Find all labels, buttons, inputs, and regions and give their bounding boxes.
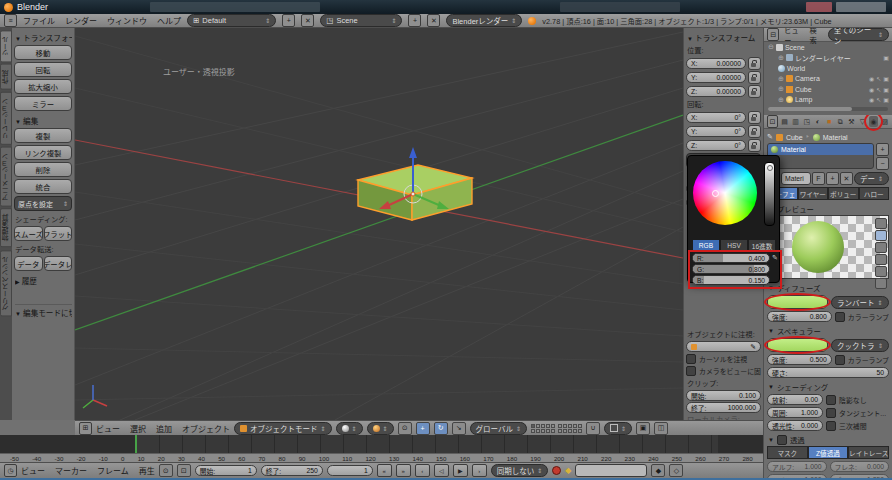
join-button[interactable]: 統合 [14, 179, 72, 194]
location-x-field[interactable]: X:0.00000 [686, 58, 746, 69]
add-scene-button[interactable]: + [408, 14, 421, 27]
eyedropper-icon[interactable]: ✎ [772, 254, 780, 264]
duplicate-linked-button[interactable]: リンク複製 [14, 145, 72, 160]
tab-modifiers-icon[interactable]: ⚒ [847, 116, 856, 127]
shadeless-checkbox[interactable] [826, 395, 836, 405]
rotation-z-field[interactable]: Z:0° [686, 140, 746, 151]
layers-widget[interactable] [531, 424, 582, 433]
preview-monkey-button[interactable] [875, 254, 887, 265]
infobar-menu-item[interactable]: ファイル [23, 15, 55, 26]
tab-rgb[interactable]: RGB [692, 239, 720, 252]
set-origin-dropdown[interactable]: 原点を設定⇕ [14, 196, 72, 211]
remove-slot-button[interactable]: − [876, 157, 889, 170]
specular-intensity-slider[interactable]: 強度:0.500 [767, 354, 832, 365]
fresnel-slider[interactable]: フレネ:0.000 [830, 461, 890, 472]
jump-to-start-button[interactable]: « [377, 464, 392, 477]
render-toggle-icon[interactable]: ▣ [883, 75, 889, 82]
orientation-dropdown[interactable]: グローバル⇕ [470, 422, 527, 435]
panel-header-history[interactable]: ▶ 履歴 [15, 275, 72, 286]
panel-header-transparency[interactable]: ▼ 透過 [768, 434, 889, 445]
duplicate-button[interactable]: 複製 [14, 128, 72, 143]
move-button[interactable]: 移動 [14, 45, 72, 60]
visibility-eye-icon[interactable]: ◉ [869, 96, 874, 103]
keying-set-field[interactable] [575, 464, 647, 477]
tab-data-icon[interactable]: ▽ [858, 116, 867, 127]
clip-end-field[interactable]: 終了:1000.000 [686, 402, 761, 413]
breadcrumb-material[interactable]: Material [823, 134, 848, 141]
snap-magnet-toggle[interactable]: ∪ [586, 422, 600, 435]
viewport-3d[interactable]: ユーザー・透視投影 (1) Cube [75, 28, 683, 420]
fake-user-button[interactable]: F [812, 172, 825, 185]
timeline-menu-item[interactable]: フレーム [97, 465, 129, 476]
diffuse-shader-dropdown[interactable]: ランバート⇕ [831, 296, 889, 309]
editor-type-icon[interactable]: ⊟ [767, 28, 779, 41]
add-layout-button[interactable]: + [282, 14, 295, 27]
panel-header-specular[interactable]: ▼ スペキュラー [768, 325, 889, 336]
viewport-shading-dropdown[interactable]: ⇕ [336, 422, 363, 435]
diffuse-ramp-checkbox[interactable] [835, 312, 845, 322]
mirror-button[interactable]: ミラー [14, 96, 72, 111]
breadcrumb-object[interactable]: Cube [786, 134, 803, 141]
specular-color-swatch[interactable] [767, 338, 828, 352]
location-y-field[interactable]: Y:0.00000 [686, 72, 746, 83]
selectability-icon[interactable]: ↖ [876, 75, 881, 82]
transparency-checkbox[interactable] [777, 435, 787, 445]
delete-layout-button[interactable]: ✕ [301, 14, 314, 27]
render-opengl-anim-button[interactable]: ◫ [654, 422, 668, 435]
add-slot-button[interactable]: + [876, 143, 889, 156]
lock-icon[interactable] [748, 85, 761, 98]
tangent-checkbox[interactable] [826, 408, 836, 418]
color-wheel-cursor[interactable] [712, 190, 719, 197]
timeline-menu-item[interactable]: 再生 [139, 465, 155, 476]
lock-icon[interactable] [748, 57, 761, 70]
pivot-align-toggle[interactable]: ⊙ [398, 422, 412, 435]
editor-type-icon[interactable]: ⊡ [767, 115, 778, 128]
lock-icon[interactable] [748, 139, 761, 152]
rotate-button[interactable]: 回転 [14, 62, 72, 77]
play-reverse-button[interactable]: ◁ [434, 464, 449, 477]
mode-raytrace[interactable]: レイトレース [848, 446, 889, 459]
tool-shelf-tab[interactable]: リレーション [0, 92, 12, 145]
cubic-checkbox[interactable] [826, 421, 836, 431]
editor-type-icon[interactable]: ⊞ [79, 422, 92, 435]
tab-hex[interactable]: 16進数 [748, 239, 776, 252]
material-name-field[interactable]: Materi [781, 172, 811, 185]
render-engine-dropdown[interactable]: Blenderレンダー⇕ [446, 14, 522, 27]
outliner-row-world[interactable]: World [764, 63, 892, 74]
panel-header-transform[interactable]: ▼ トランスフォーム [15, 32, 72, 43]
end-frame-field[interactable]: 終了:250 [261, 465, 323, 476]
render-toggle-icon[interactable]: ▣ [883, 96, 889, 103]
viewport-menu-item[interactable]: 追加 [156, 423, 172, 434]
tab-world-icon[interactable]: ◐ [814, 116, 823, 127]
snap-element-dropdown[interactable]: ⇕ [604, 422, 632, 435]
ambient-slider[interactable]: 周囲:1.000 [767, 407, 823, 418]
editor-type-icon[interactable]: ◷ [4, 464, 17, 477]
outliner-horizontal-scrollbar[interactable] [768, 107, 888, 111]
data-button[interactable]: データ [14, 256, 43, 271]
rotation-y-field[interactable]: Y:0° [686, 126, 746, 137]
outliner-menu-view[interactable]: ビュー [784, 28, 804, 45]
auto-keyframe-record-button[interactable] [552, 466, 561, 475]
red-slider[interactable]: R:0.400 [692, 253, 770, 263]
viewport-menu-item[interactable]: 選択 [130, 423, 146, 434]
timeline-ruler[interactable]: -50-40-30-20-100102030405060708090100110… [0, 453, 763, 462]
lock-icon[interactable] [748, 71, 761, 84]
preview-cube-button[interactable] [875, 242, 887, 253]
preview-flat-button[interactable] [875, 218, 887, 229]
diffuse-intensity-slider[interactable]: 強度:0.800 [767, 311, 832, 322]
tool-shelf-tab[interactable]: 物理演算 [0, 208, 12, 247]
timeline-menu-item[interactable]: ビュー [21, 465, 45, 476]
viewport-menu-item[interactable]: オブジェクト [182, 423, 230, 434]
scale-button[interactable]: 拡大縮小 [14, 79, 72, 94]
outliner-filter-dropdown[interactable]: 全てのシーン⇕ [828, 28, 889, 41]
shade-flat-button[interactable]: フラット [44, 226, 73, 241]
lock-icon[interactable] [748, 125, 761, 138]
preview-sphere-button[interactable] [875, 230, 887, 241]
new-material-button[interactable]: + [826, 172, 839, 185]
outliner-row-renderlayers[interactable]: ⊕レンダーレイヤー▣ [764, 53, 892, 64]
location-z-field[interactable]: Z:0.00000 [686, 86, 746, 97]
editor-type-icon[interactable]: ≡ [4, 14, 17, 27]
type-halo[interactable]: ハロー [859, 187, 890, 200]
tab-constraints-icon[interactable]: ⧉ [836, 116, 845, 127]
specular-shader-dropdown[interactable]: クックトランス⇕ [831, 339, 889, 352]
